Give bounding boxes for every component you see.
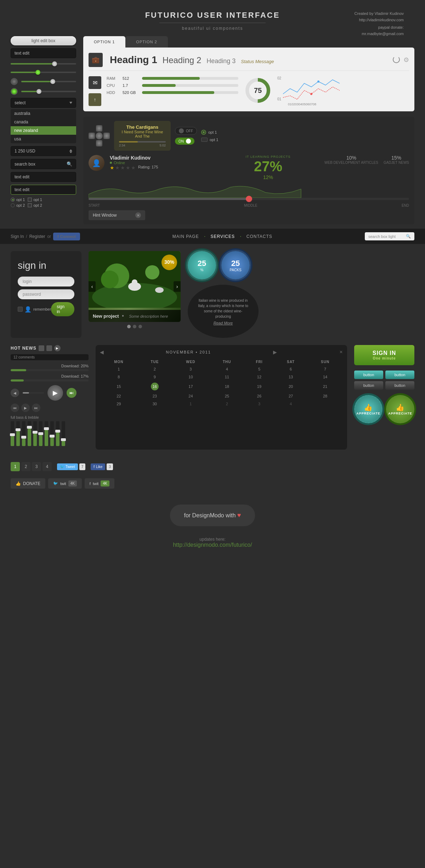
play-small-icon[interactable]: ▶: [21, 404, 30, 412]
eq-thumb-6[interactable]: [44, 427, 49, 430]
tab-option2[interactable]: OPTION 2: [125, 36, 168, 48]
cal-day[interactable]: 14: [307, 373, 343, 381]
btn-3[interactable]: button: [354, 381, 383, 390]
eq-bar-8[interactable]: [56, 421, 60, 450]
tweet-btn[interactable]: 🐦 Tweet: [57, 463, 78, 470]
sign-in-big-btn[interactable]: SIGN IN One minute: [354, 345, 414, 365]
cal-day[interactable]: 5: [244, 365, 274, 373]
tab-option1[interactable]: OPTION 1: [83, 36, 125, 48]
eq-bar-6[interactable]: [45, 421, 48, 450]
carousel-dot-1[interactable]: [127, 325, 131, 328]
cal-day[interactable]: 21: [307, 381, 343, 392]
carousel-dot-3[interactable]: [138, 325, 142, 328]
eq-thumb-5[interactable]: [38, 432, 43, 435]
spinner-up[interactable]: [69, 149, 72, 151]
signin-btn[interactable]: sign in: [51, 302, 74, 316]
appreciate-badge-2[interactable]: 👍 APPRECIATE: [386, 395, 414, 423]
donate-btn[interactable]: 👍 DONATE: [11, 478, 45, 489]
seek-left-icon[interactable]: ⏮: [11, 404, 19, 412]
dpad-right[interactable]: [103, 133, 110, 139]
eq-thumb-2[interactable]: [21, 436, 26, 439]
eq-bar-1[interactable]: [16, 421, 20, 450]
cal-day[interactable]: 25: [210, 392, 244, 400]
cal-day[interactable]: 17: [172, 381, 210, 392]
hint-close-btn[interactable]: ✕: [135, 212, 141, 218]
cal-day[interactable]: 3: [172, 365, 210, 373]
cal-next-btn[interactable]: ▶: [273, 349, 277, 355]
play-button[interactable]: ▶: [47, 385, 63, 401]
carousel-next-btn[interactable]: ›: [174, 281, 181, 292]
eq-bar-7[interactable]: [50, 421, 54, 450]
cal-day[interactable]: 6: [274, 365, 307, 373]
carousel-dot-2[interactable]: [133, 325, 136, 328]
eq-thumb-8[interactable]: [55, 430, 60, 433]
cal-day[interactable]: 18: [210, 381, 244, 392]
eq-bar-4[interactable]: [33, 421, 37, 450]
text-edit-2[interactable]: text edit: [11, 172, 76, 182]
cal-day-gray[interactable]: 2: [210, 400, 244, 408]
cal-day[interactable]: 7: [307, 365, 343, 373]
text-edit-active[interactable]: text edit: [11, 185, 76, 195]
cal-day[interactable]: 23: [138, 392, 172, 400]
btn-4[interactable]: button: [385, 381, 414, 390]
news-play-btn[interactable]: ▶: [54, 345, 61, 351]
login-input[interactable]: login: [18, 277, 74, 286]
page-btn-3[interactable]: 3: [32, 462, 41, 471]
cal-day[interactable]: 27: [274, 392, 307, 400]
seek-right-icon[interactable]: ⏭: [32, 404, 40, 412]
light-edit-box[interactable]: light edit box: [11, 36, 76, 45]
cal-day[interactable]: 10: [172, 373, 210, 381]
eq-thumb-0[interactable]: [10, 433, 15, 436]
radio-opt-1[interactable]: opt 1: [201, 130, 218, 135]
cal-day-gray[interactable]: 1: [172, 400, 210, 408]
eq-bar-2[interactable]: [22, 421, 26, 450]
dropdown-item-canada[interactable]: canada: [11, 118, 76, 126]
cal-day[interactable]: 22: [100, 392, 138, 400]
cal-day[interactable]: 28: [307, 392, 343, 400]
cal-prev-btn[interactable]: ◀: [100, 349, 104, 355]
dpad-down[interactable]: [96, 140, 102, 146]
cal-day[interactable]: 4: [210, 365, 244, 373]
page-btn-4[interactable]: 4: [42, 462, 52, 471]
cal-today-cell[interactable]: 16: [138, 381, 172, 392]
eq-thumb-7[interactable]: [50, 435, 55, 438]
footer-link[interactable]: http://designmodo.com/futurico/: [173, 542, 252, 548]
appreciate-badge-1[interactable]: 👍 APPRECIATE: [354, 395, 382, 423]
eq-thumb-4[interactable]: [33, 431, 38, 434]
select-box[interactable]: select: [11, 98, 76, 108]
read-more-link[interactable]: Read More: [214, 321, 233, 325]
spinner-down[interactable]: [69, 151, 72, 153]
nav-services[interactable]: SERVICES: [210, 234, 234, 239]
opt-checkbox-1[interactable]: opt 1: [28, 197, 42, 202]
eq-bar-3[interactable]: [28, 421, 31, 450]
next-button[interactable]: ⏭: [67, 388, 76, 398]
btn-1[interactable]: button: [354, 371, 383, 379]
cal-close-btn[interactable]: ✕: [339, 350, 343, 355]
cal-day[interactable]: 13: [274, 373, 307, 381]
eq-bar-0[interactable]: [11, 421, 14, 450]
eq-bar-9[interactable]: [62, 421, 65, 450]
number-input[interactable]: 1 250 USD: [11, 146, 76, 156]
search-box-dark[interactable]: search box 🔍: [11, 159, 76, 169]
like-btn[interactable]: f Like: [91, 463, 105, 470]
search-box-light[interactable]: search box light 🔍: [365, 232, 414, 240]
page-btn-2[interactable]: 2: [21, 462, 30, 471]
cal-day-gray[interactable]: 4: [274, 400, 307, 408]
cal-day-gray[interactable]: 3: [244, 400, 274, 408]
opt-checkbox-2[interactable]: opt 2: [28, 203, 42, 207]
slider-3[interactable]: [21, 79, 76, 84]
dropdown-item-australia[interactable]: australia: [11, 109, 76, 118]
cal-day[interactable]: 19: [244, 381, 274, 392]
eq-thumb-1[interactable]: [16, 428, 21, 431]
slider-1[interactable]: [11, 61, 76, 67]
cal-day[interactable]: 8: [100, 373, 138, 381]
text-edit-1[interactable]: text edit: [11, 48, 76, 58]
dropdown-item-newzealand[interactable]: new zealand: [11, 126, 76, 135]
toggle-on[interactable]: ON: [175, 138, 194, 145]
remember-checkbox[interactable]: [18, 307, 23, 312]
cal-day[interactable]: 12: [244, 373, 274, 381]
eq-thumb-9[interactable]: [61, 438, 66, 441]
nav-main-page[interactable]: MAIN PAGE: [172, 234, 199, 239]
fb-btn[interactable]: f twit 4K: [85, 478, 114, 489]
eq-thumb-3[interactable]: [27, 426, 32, 429]
